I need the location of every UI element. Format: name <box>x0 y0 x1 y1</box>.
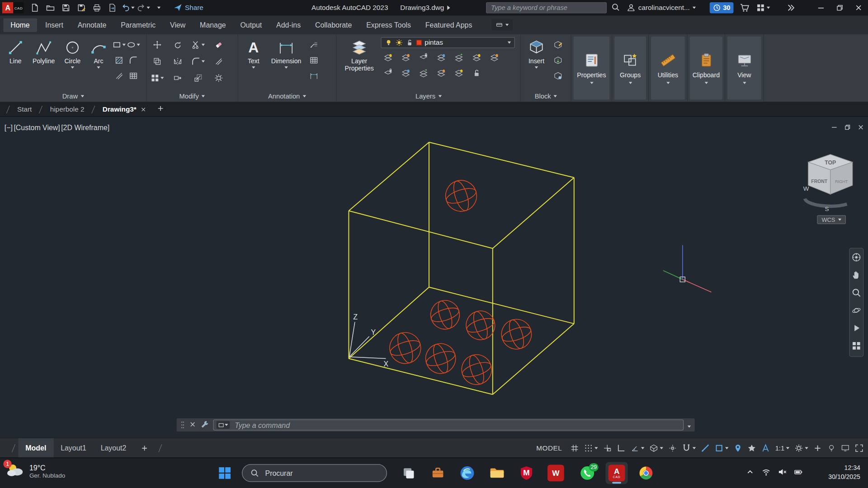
file-tab-start[interactable]: Start <box>14 105 35 113</box>
command-input[interactable] <box>234 420 680 430</box>
buy-button[interactable] <box>740 3 750 14</box>
multileader-tool[interactable] <box>307 39 321 51</box>
chevron-down-icon[interactable] <box>71 66 74 69</box>
full-navigation-wheel-button[interactable] <box>851 252 861 264</box>
viewport-close-button[interactable] <box>857 123 865 133</box>
battery-button[interactable] <box>794 468 803 478</box>
insert-block-tool[interactable]: Insert <box>524 37 549 91</box>
mcafee-button[interactable]: M <box>515 462 538 484</box>
object-snap-tracking-button[interactable] <box>668 443 677 452</box>
layer-dropdown[interactable]: pintas <box>381 37 514 48</box>
rectangle-tool[interactable] <box>112 39 126 51</box>
layer-unisolate-tool[interactable] <box>487 52 502 64</box>
boundary-tool[interactable] <box>112 70 126 82</box>
ortho-button[interactable] <box>617 443 626 452</box>
polar-tracking-button[interactable] <box>631 443 645 452</box>
viewport-view-control[interactable]: [Custom View] <box>14 123 60 131</box>
plot-button[interactable] <box>90 1 104 14</box>
selection-cycling-button[interactable] <box>715 443 729 452</box>
layer-lock-tool[interactable] <box>416 52 431 64</box>
move-tool[interactable] <box>150 39 164 51</box>
layer-delete-tool[interactable] <box>434 67 448 79</box>
hidden-icons-button[interactable] <box>745 468 755 478</box>
ribbon-display-toggle[interactable] <box>491 19 513 30</box>
panel-title-modify[interactable]: Modify <box>146 91 237 102</box>
trial-countdown[interactable]: 30 <box>710 2 734 13</box>
dynamic-input-button[interactable] <box>603 443 612 452</box>
workspace-switching-button[interactable] <box>794 443 808 452</box>
trim-tool[interactable] <box>191 39 205 51</box>
create-block-tool[interactable] <box>551 39 565 51</box>
tab-addins[interactable]: Add-ins <box>269 18 308 32</box>
file-tab-drawing3[interactable]: Drawing3* <box>99 105 151 113</box>
save-button[interactable] <box>59 1 72 14</box>
weather-widget[interactable]: 1 19°C Ger. Nublado <box>5 463 65 479</box>
text-tool[interactable]: A Text <box>241 37 266 91</box>
layout-tab-model[interactable]: Model <box>18 438 53 458</box>
layout-tab-layout1[interactable]: Layout1 <box>53 438 93 458</box>
redo-dropdown-icon[interactable] <box>146 7 150 9</box>
block-editor-tool[interactable] <box>551 70 565 82</box>
isolate-objects-button[interactable] <box>827 443 836 452</box>
viewcube-right-label[interactable]: RIGHT <box>835 179 848 184</box>
lineweight-button[interactable] <box>701 443 710 452</box>
toolbar-overflow-button[interactable] <box>786 3 795 14</box>
annotation-visibility-button[interactable] <box>761 443 770 452</box>
rotate-tool[interactable] <box>170 39 185 51</box>
clean-screen-button[interactable] <box>855 443 864 452</box>
annotation-scale-button[interactable]: 1:1 <box>775 444 789 452</box>
viewport-minimize-button[interactable] <box>830 123 838 133</box>
write-block-tool[interactable] <box>551 54 565 66</box>
utilities-panel-button[interactable]: Utilities <box>651 37 685 100</box>
tab-home[interactable]: Home <box>3 18 37 32</box>
keyword-search-input[interactable] <box>486 2 607 13</box>
task-view-button[interactable] <box>397 462 420 484</box>
viewcube-south-label[interactable]: S <box>825 206 829 212</box>
groups-panel-button[interactable]: Groups <box>614 37 646 100</box>
layer-unlock-tool[interactable] <box>381 67 395 79</box>
hardware-acceleration-button[interactable] <box>841 443 850 452</box>
autocad-taskbar-button[interactable]: A CAD <box>606 462 628 484</box>
arc-tool[interactable]: Arc <box>87 37 109 91</box>
properties-panel-button[interactable]: Properties <box>574 37 610 100</box>
ellipse-tool[interactable] <box>126 39 141 51</box>
pan-button[interactable] <box>851 270 861 282</box>
publish-button[interactable] <box>106 1 119 14</box>
autocad-app-menu[interactable]: A CAD <box>2 2 24 13</box>
viewcube-front-label[interactable]: FRONT <box>811 179 827 184</box>
undo-dropdown-icon[interactable] <box>131 7 134 9</box>
offset-tool[interactable] <box>211 55 226 67</box>
match-layer-tool[interactable] <box>452 52 466 64</box>
share-button[interactable]: Share <box>173 3 203 12</box>
tab-annotate[interactable]: Annotate <box>71 18 114 32</box>
save-as-button[interactable] <box>75 1 88 14</box>
search-button[interactable] <box>611 3 620 13</box>
start-button[interactable] <box>215 464 234 483</box>
open-file-button[interactable] <box>44 1 57 14</box>
layer-properties-button[interactable]: Layer Properties <box>340 37 379 91</box>
layer-walk-tool[interactable] <box>399 67 413 79</box>
isometric-drafting-button[interactable] <box>650 443 664 452</box>
autodesk-apps-menu[interactable] <box>756 0 770 15</box>
taskbar-search[interactable] <box>242 464 387 482</box>
space-indicator[interactable]: MODEL <box>536 444 562 452</box>
customize-command-line-button[interactable] <box>200 420 209 430</box>
make-current-tool[interactable] <box>434 52 448 64</box>
showmotion-button[interactable] <box>851 323 861 335</box>
mirror-tool[interactable] <box>170 55 185 67</box>
stretch-tool[interactable] <box>170 72 185 84</box>
clipboard-panel-button[interactable]: Clipboard <box>690 37 722 100</box>
viewport-visual-style-control[interactable]: [2D Wireframe] <box>61 123 109 131</box>
new-drawing-tab-button[interactable] <box>157 104 165 114</box>
viewcube-top-label[interactable]: TOP <box>825 160 836 166</box>
layer-isolate-tool[interactable] <box>469 52 484 64</box>
lock-fade-tool[interactable] <box>469 67 484 79</box>
viewport-grid-button[interactable] <box>851 341 861 352</box>
tab-view[interactable]: View <box>163 18 193 32</box>
line-tool[interactable]: Line <box>3 37 28 91</box>
polyline-tool[interactable]: Polyline <box>30 37 57 91</box>
viewcube-graphic[interactable]: TOP FRONT RIGHT W S <box>801 151 863 213</box>
minimize-window-button[interactable] <box>811 0 830 15</box>
network-button[interactable] <box>762 468 771 478</box>
qat-customize-button[interactable] <box>152 1 165 14</box>
